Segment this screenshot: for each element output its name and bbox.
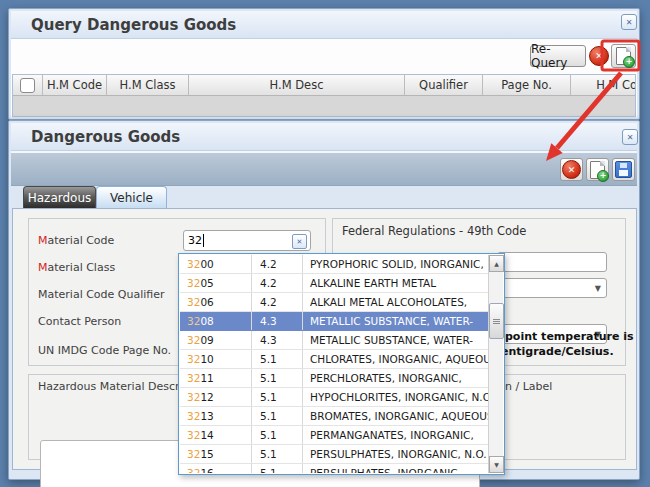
dropdown-row[interactable]: 32125.1HYPOCHLORITES, INORGANIC, N.O (180, 388, 489, 407)
new-document-icon: + (590, 161, 605, 179)
clear-icon[interactable]: ✕ (292, 234, 307, 249)
federal-select-1[interactable]: ▼ (497, 278, 607, 298)
dropdown-row[interactable]: 32064.2ALKALI METAL ALCOHOLATES, (180, 293, 489, 312)
save-button[interactable] (612, 158, 635, 181)
cancel-icon[interactable]: ✕ (589, 46, 609, 66)
query-dialog-titlebar: Query Dangerous Goods (11, 11, 637, 39)
query-results-table: H.M CodeH.M ClassH.M DescQualifierPage N… (12, 74, 636, 117)
un-imdg-code-page-no-label: UN IMDG Code Page No. (38, 344, 171, 357)
tab-hazardous[interactable]: Hazardous (23, 186, 96, 208)
dropdown-row[interactable]: 32105.1CHLORATES, INORGANIC, AQUEOU (180, 350, 489, 369)
tab-vehicle[interactable]: Vehicle (96, 186, 167, 208)
select-all-checkbox[interactable] (20, 78, 35, 93)
goods-dialog-title: Dangerous Goods (31, 128, 180, 146)
chevron-down-icon: ▼ (595, 284, 601, 293)
column-header-h-m-desc[interactable]: H.M Desc (188, 75, 404, 95)
scroll-up-icon[interactable]: ▲ (489, 255, 504, 272)
column-header-h-m-code[interactable]: H.M Code (42, 75, 106, 95)
goods-toolbar (11, 151, 637, 186)
column-header-h-m-class[interactable]: H.M Class (106, 75, 188, 95)
scroll-down-icon[interactable]: ▼ (489, 456, 504, 473)
material-code-qualifier-label: Material Code Qualifier (38, 288, 165, 301)
material-code-label: Material Code (38, 234, 114, 247)
cancel-button[interactable]: ✕ (560, 158, 583, 181)
autocomplete-rows: 32004.2PYROPHORIC SOLID, INORGANIC,32054… (180, 255, 489, 473)
federal-code-input[interactable] (497, 252, 607, 272)
dropdown-row[interactable]: 32135.1BROMATES, INORGANIC, AQUEOUS (180, 407, 489, 426)
material-code-input[interactable]: 32 ✕ (183, 230, 311, 251)
dropdown-row[interactable]: 32155.1PERSULPHATES, INORGANIC, N.O. (180, 445, 489, 464)
text-caret (203, 234, 204, 247)
new-record-button[interactable]: + (586, 158, 609, 181)
hazmat-description-label: Hazardous Material Descrip (38, 380, 190, 393)
requery-button[interactable]: Re-Query (530, 45, 586, 67)
cancel-icon: ✕ (562, 160, 581, 179)
save-icon (615, 161, 632, 178)
close-icon[interactable]: ✕ (621, 14, 637, 30)
label-group-legend: n / Label (505, 380, 552, 393)
goods-dialog-titlebar: Dangerous Goods (11, 123, 637, 151)
dropdown-row[interactable]: 32094.3METALLIC SUBSTANCE, WATER- (180, 331, 489, 350)
dropdown-scrollbar[interactable]: ▲ ▼ (488, 255, 503, 473)
new-record-button[interactable]: + (611, 44, 636, 68)
query-dialog-title: Query Dangerous Goods (31, 16, 236, 34)
dropdown-row[interactable]: 32165.1PERSULPHATES, INORGANIC, (180, 464, 489, 473)
dropdown-row[interactable]: 32004.2PYROPHORIC SOLID, INORGANIC, (180, 255, 489, 274)
flashpoint-note-line2: entigrade/Celsius. (501, 345, 614, 358)
federal-regulations-legend: Federal Regulations - 49th Code (342, 224, 526, 238)
dropdown-row[interactable]: 32115.1PERCHLORATES, INORGANIC, (180, 369, 489, 388)
scrollbar-thumb[interactable] (489, 303, 504, 339)
new-document-icon: + (616, 47, 631, 65)
material-code-dropdown: 32004.2PYROPHORIC SOLID, INORGANIC,32054… (178, 253, 505, 475)
close-icon[interactable]: ✕ (622, 129, 638, 145)
column-header-qualifier[interactable]: Qualifier (404, 75, 482, 95)
contact-person-label: Contact Person (38, 315, 121, 328)
dropdown-row[interactable]: 32145.1PERMANGANATES, INORGANIC, (180, 426, 489, 445)
material-class-label: Material Class (38, 261, 115, 274)
dropdown-row[interactable]: 32054.2ALKALINE EARTH METAL (180, 274, 489, 293)
column-header-page-no-[interactable]: Page No. (482, 75, 570, 95)
dropdown-row[interactable]: 32084.3METALLIC SUBSTANCE, WATER- (180, 312, 489, 331)
query-table-header: H.M CodeH.M ClassH.M DescQualifierPage N… (13, 75, 635, 96)
flashpoint-note-line1: point temperature is (505, 330, 634, 343)
select-all-cell (13, 75, 42, 95)
column-header-h-m-conta[interactable]: H.M Conta (570, 75, 635, 95)
